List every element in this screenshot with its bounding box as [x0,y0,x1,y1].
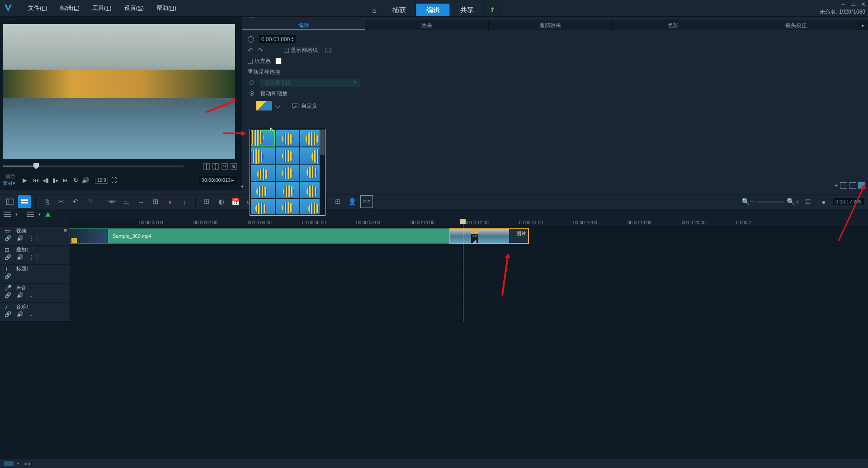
close-button[interactable]: ✕ [860,1,866,7]
collapse-left-icon[interactable]: ◂ [241,184,243,189]
menu-help[interactable]: 帮助(H) [150,4,183,12]
maximize-button[interactable]: ▭ [850,1,856,7]
track-header-music[interactable]: ♪音乐1 🔗🔊⌄ [0,303,70,321]
playback-mode[interactable]: 项目 素材▾ [3,173,15,187]
zoom-slider[interactable] [757,201,784,203]
ripple-tool-button[interactable]: ⇥⇤ [106,195,118,208]
preset-scrollbar[interactable] [320,129,325,215]
customize-icon[interactable]: ↗ [292,104,298,108]
link-toggle-icon[interactable]: 🔗 [5,235,11,241]
tab-share[interactable]: 共享 [450,4,484,16]
track-row-voice[interactable] [70,284,868,303]
more-icon[interactable]: ⋮⋮ [29,235,40,241]
ptab-color[interactable]: 色彩 [612,20,735,30]
track-header-title[interactable]: T标题1 🔗 [0,265,70,284]
chapter-button[interactable]: 📅 [229,195,242,208]
play-button[interactable]: ▶ [20,175,30,185]
frame-back-button[interactable]: ◂▮ [42,176,50,184]
menu-file[interactable]: 文件(F) [22,4,54,12]
upload-icon[interactable]: ⬆ [484,4,501,16]
panel-grip-icon[interactable] [0,190,868,194]
fill-color-swatch[interactable] [275,58,282,64]
ptab-face[interactable]: 脸部效果 [489,20,612,30]
pz-preset-item[interactable] [276,147,300,164]
track-row-music[interactable] [70,303,868,321]
render-segment-icon[interactable] [4,461,14,466]
pz-preset-thumbnail[interactable] [256,101,272,111]
expand-panel-icon[interactable]: ▸ [835,182,838,189]
mark-in-button[interactable]: [ [203,163,210,170]
duration-input[interactable]: 0:00:03:000 ▴▾ [259,35,296,43]
tab-edit[interactable]: 编辑 [416,4,450,16]
track-list-button[interactable] [27,212,34,217]
preview-scrubber[interactable] [3,165,184,167]
pz-preset-item[interactable] [276,165,300,181]
keep-aspect-radio[interactable] [250,80,254,85]
grid-icon[interactable] [325,48,331,52]
scrubber-handle-icon[interactable] [33,163,39,169]
fullscreen-button[interactable]: ⛶ [110,176,118,184]
playhead-sync-button[interactable]: ● [817,195,830,208]
pz-preset-item[interactable] [276,182,300,198]
track-header-voice[interactable]: 🎤声音 🔗🔊⌄ [0,284,70,303]
frame-forward-button[interactable]: ▮▸ [52,176,60,184]
redo-button[interactable]: ↷ [258,47,263,54]
split-screen-button[interactable]: ⊞ [331,195,344,208]
timeline-ruler[interactable]: 00:00:00:00 00:00:02:00 00:00:04:00 00:0… [139,219,868,227]
home-button[interactable]: ⌂ [367,4,382,16]
record-button[interactable]: ● [164,195,176,208]
loop-button[interactable]: ↻ [71,176,80,184]
playhead[interactable] [463,219,463,321]
pz-preset-item[interactable] [251,165,275,181]
layout-1-button[interactable] [840,182,847,189]
clip-video[interactable]: Sample_360.mp4 [70,228,449,244]
marker-button[interactable]: ↓ [178,195,191,208]
nav-next-button[interactable]: ▸ [28,461,31,467]
timeline-view-button[interactable] [18,195,31,208]
undo-button[interactable]: ↶ [248,47,253,54]
aspect-ratio-button[interactable]: 16:9 [95,177,108,184]
roll-tool-button[interactable]: ⊞ [149,195,162,208]
tab-capture[interactable]: 捕获 [382,4,416,16]
pz-preset-item[interactable] [251,147,275,164]
panel-grip-icon[interactable] [242,17,868,20]
multicam-button[interactable]: ⊞ [200,195,213,208]
go-end-button[interactable]: ⏭ [61,176,70,184]
pz-preset-item[interactable] [251,199,275,214]
cut-button[interactable]: ✂ [55,195,67,208]
track-header-overlay[interactable]: ⊡叠加1 🔗🔊⋮⋮ [0,246,70,265]
go-start-button[interactable]: ⏮ [32,176,40,184]
mute-toggle-icon[interactable]: 🔊 [17,235,24,241]
customize-button[interactable]: 自定义 [301,102,317,110]
tab-overflow-icon[interactable]: ▸ [858,20,868,30]
copy-button[interactable]: ⎘ [40,195,53,208]
track-header-video[interactable]: ▭视频≡ 🔗🔊⋮⋮ [0,227,70,246]
gif-button[interactable]: GIF [360,195,373,208]
stretch-tool-button[interactable]: ↔ [135,195,147,208]
storyboard-view-button[interactable] [4,195,16,208]
track-row-title[interactable] [70,265,868,284]
show-grid-checkbox[interactable]: 显示网格线 [284,47,318,54]
ar-stickers-button[interactable]: 👤 [346,195,359,208]
slip-tool-button[interactable]: ▭ [120,195,133,208]
pz-preset-item[interactable] [276,130,300,147]
playhead-handle-icon[interactable] [460,219,466,224]
timeline-timecode[interactable]: 0:00:17.806 [833,198,864,205]
track-row-video[interactable]: Sample_360.mp4 ★ FX ◢ 图片 [70,227,868,246]
preview-timecode[interactable]: 00:00:00:013▸ [199,176,237,184]
track-menu-button[interactable] [4,212,11,217]
menu-tools[interactable]: 工具(T) [86,4,118,12]
preview-viewport[interactable] [3,24,235,159]
ptab-edit[interactable]: 编辑 [242,20,365,30]
snapshot-button[interactable]: ⊕ [231,163,237,170]
fit-timeline-button[interactable]: ⊡ [802,195,815,208]
pz-preset-dropdown[interactable] [275,104,280,108]
pz-preset-item[interactable] [251,182,275,198]
pan-zoom-radio[interactable] [250,91,254,96]
menu-settings[interactable]: 设置(S) [118,4,150,12]
nav-prev-button[interactable]: ◂ [24,461,27,467]
sort-asc-icon[interactable] [45,212,51,217]
pz-preset-item[interactable] [276,199,300,214]
redo-tool-button[interactable]: ↷ [84,195,96,208]
ptab-lens[interactable]: 镜头校正 [735,20,858,30]
